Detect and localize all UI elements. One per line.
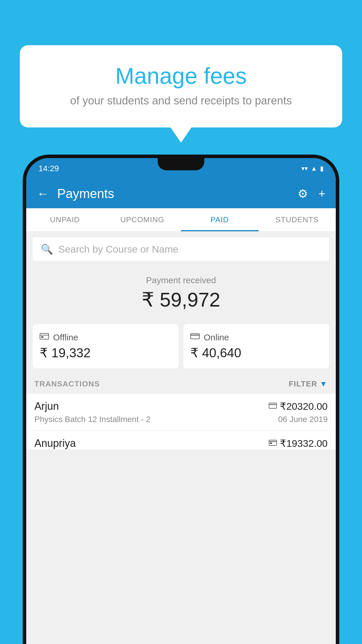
- back-button[interactable]: ←: [37, 187, 49, 201]
- content-area: 🔍 Search by Course or Name Payment recei…: [26, 232, 336, 644]
- svg-rect-9: [270, 442, 272, 444]
- speech-bubble: Manage fees of your students and send re…: [20, 45, 342, 127]
- filter-icon: ▼: [320, 379, 328, 388]
- battery-icon: ▮: [320, 165, 324, 172]
- search-bar[interactable]: 🔍 Search by Course or Name: [33, 237, 329, 261]
- online-card: Online ₹ 40,640: [183, 324, 329, 368]
- online-card-header: Online: [190, 332, 322, 342]
- tx-amount: ₹20320.00: [280, 400, 328, 412]
- payment-received-amount: ₹ 59,972: [26, 288, 336, 311]
- signal-icon: ▲: [311, 165, 317, 172]
- transaction-row-partial: Anupriya ₹19332.00: [26, 431, 336, 449]
- offline-card-icon: [40, 332, 49, 342]
- svg-rect-3: [191, 334, 199, 339]
- svg-rect-2: [41, 336, 43, 338]
- svg-rect-5: [269, 403, 277, 408]
- bubble-subtitle: of your students and send receipts to pa…: [37, 94, 325, 107]
- tab-students[interactable]: STUDENTS: [259, 208, 336, 231]
- tx-card-icon-2: [269, 439, 277, 448]
- tx-name-2: Anupriya: [34, 437, 76, 449]
- add-button[interactable]: +: [319, 187, 325, 200]
- tx-row-bottom: Physics Batch 12 Installment - 2 06 June…: [34, 415, 328, 424]
- phone-frame: 14:29 ▾▾ ▲ ▮ ← Payments ⚙ + UNPAID UPCOM…: [23, 155, 339, 644]
- tx-row-top-2: Anupriya ₹19332.00: [34, 437, 328, 449]
- transactions-label: TRANSACTIONS: [34, 379, 100, 388]
- offline-amount: ₹ 19,332: [40, 345, 172, 360]
- tx-card-icon: [269, 402, 277, 411]
- tx-amount-wrap: ₹20320.00: [269, 400, 328, 412]
- notch: [158, 158, 204, 170]
- offline-card-header: Offline: [40, 332, 172, 342]
- tx-date: 06 June 2019: [278, 415, 328, 424]
- offline-label: Offline: [53, 332, 78, 342]
- status-time: 14:29: [38, 164, 59, 173]
- transactions-header: TRANSACTIONS FILTER ▼: [26, 374, 336, 394]
- tab-upcoming[interactable]: UPCOMING: [104, 208, 181, 231]
- tx-name: Arjun: [34, 400, 59, 412]
- payment-received-section: Payment received ₹ 59,972: [26, 267, 336, 318]
- online-card-icon: [190, 332, 200, 342]
- search-input[interactable]: Search by Course or Name: [58, 244, 178, 255]
- phone-inner: 14:29 ▾▾ ▲ ▮ ← Payments ⚙ + UNPAID UPCOM…: [26, 158, 336, 644]
- tx-amount-wrap-2: ₹19332.00: [269, 438, 328, 449]
- payment-received-label: Payment received: [26, 275, 336, 285]
- tx-amount-2: ₹19332.00: [280, 438, 328, 449]
- status-icons: ▾▾ ▲ ▮: [301, 165, 324, 172]
- app-title: Payments: [57, 186, 298, 201]
- bubble-title: Manage fees: [37, 63, 325, 89]
- gear-icon[interactable]: ⚙: [298, 187, 308, 200]
- tx-course: Physics Batch 12 Installment - 2: [34, 415, 150, 424]
- app-bar: ← Payments ⚙ +: [26, 179, 336, 208]
- tab-paid[interactable]: PAID: [181, 208, 259, 231]
- offline-card: Offline ₹ 19,332: [33, 324, 179, 368]
- online-label: Online: [204, 332, 229, 342]
- payment-cards: Offline ₹ 19,332 Online: [33, 324, 329, 368]
- wifi-icon: ▾▾: [301, 165, 308, 172]
- filter-label: FILTER: [289, 379, 317, 388]
- tx-row-top: Arjun ₹20320.00: [34, 400, 328, 412]
- app-bar-actions: ⚙ +: [298, 187, 325, 200]
- filter-button[interactable]: FILTER ▼: [289, 379, 328, 388]
- online-amount: ₹ 40,640: [190, 345, 322, 360]
- transaction-row: Arjun ₹20320.00 Physics Batch 12 Install…: [26, 394, 336, 431]
- svg-rect-0: [40, 333, 49, 339]
- tab-unpaid[interactable]: UNPAID: [26, 208, 104, 231]
- search-icon: 🔍: [41, 243, 53, 255]
- tabs: UNPAID UPCOMING PAID STUDENTS: [26, 208, 336, 232]
